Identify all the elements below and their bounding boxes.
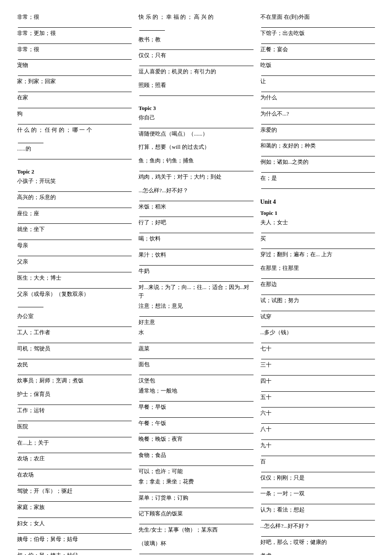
entry-label: 认为；看法；想起 <box>260 506 375 515</box>
vocabulary-entry: 拿；拿走；乘坐；花费 <box>138 477 253 492</box>
entry-label: 小孩子；开玩笑 <box>17 177 132 186</box>
vocabulary-entry: 在那边 <box>260 280 375 295</box>
entry-label: 例如；诸如...之类的 <box>260 158 375 167</box>
vocabulary-entry: 炊事员；厨师；烹调；煮饭 <box>17 376 132 385</box>
vocabulary-entry: 工人；工作者 <box>17 328 132 343</box>
entry-label: 不在里面 在(到)外面 <box>260 13 375 22</box>
vocabulary-entry: ...怎么样?...好不好？ <box>260 522 375 537</box>
fill-blank <box>139 243 253 249</box>
vocabulary-entry: 注意；想法；意见 <box>138 302 253 317</box>
fill-blank <box>261 150 375 156</box>
fill-blank <box>261 482 375 488</box>
entry-label: 食物；食品 <box>138 451 253 460</box>
vocabulary-entry: 试；试图；努力 <box>260 296 375 311</box>
entry-label: 在...上；关于 <box>17 439 132 448</box>
fill-blank <box>18 38 132 44</box>
fill-blank <box>261 321 375 327</box>
vocabulary-entry: 非常；很 <box>17 45 132 60</box>
entry-label: ......的 <box>17 145 132 153</box>
entry-label: 五十 <box>260 393 375 402</box>
vocabulary-entry: 牛奶 <box>138 267 253 282</box>
vocabulary-entry: 鸡肉，鸡关于；对于；大约；到处 <box>138 173 253 182</box>
fill-blank <box>18 337 132 343</box>
fill-blank <box>261 402 375 408</box>
entry-label: 照顾；照看 <box>138 81 253 90</box>
vocabulary-entry: 记下顾客点的饭菜 <box>138 509 253 524</box>
fill-blank <box>18 369 132 375</box>
vocabulary-entry: 好吧，那么；哎呀；健康的 <box>260 538 375 547</box>
vocabulary-entry: 菜单；订货单；订购 <box>138 494 253 509</box>
fill-blank <box>139 165 253 171</box>
fill-blank <box>261 434 375 440</box>
fill-blank <box>139 337 253 343</box>
entry-label: 仅仅；刚刚；只是 <box>260 474 375 483</box>
entry-label: 喝；饮料 <box>138 234 253 243</box>
fill-blank <box>139 44 253 50</box>
fill-blank <box>139 428 253 434</box>
entry-label: 非常；很 <box>17 45 132 54</box>
entry-label: 工作；运转 <box>17 406 132 415</box>
fill-blank <box>18 544 132 550</box>
vocabulary-entry: 午餐；午饭 <box>138 419 253 434</box>
vocabulary-entry: 为什么不...? <box>260 110 375 124</box>
entry-label: 面包 <box>138 360 253 369</box>
fill-blank <box>139 444 253 450</box>
fill-blank <box>139 25 165 31</box>
fill-blank <box>139 60 253 66</box>
entry-label: 为什么 <box>260 93 375 102</box>
fill-blank <box>261 273 375 279</box>
vocabulary-entry: 你自己 <box>138 113 253 128</box>
vocabulary-entry: 早餐；早饭 <box>138 403 253 418</box>
fill-blank <box>139 122 253 128</box>
entry-label: 牛奶 <box>138 267 253 276</box>
entry-label: 亲爱的 <box>260 126 375 135</box>
entry-label: 让 <box>260 77 375 86</box>
fill-blank <box>261 119 375 124</box>
fill-blank <box>139 276 253 282</box>
fill-blank <box>261 54 375 60</box>
vocabulary-entry: 吃饭 <box>260 61 375 76</box>
entry-label: 姨母；伯母；舅母；姑母 <box>17 535 132 544</box>
vocabulary-entry: 在农场 <box>17 471 132 486</box>
vocabulary-entry: 工作；运转 <box>17 406 132 421</box>
entry-label: 行了；好吧 <box>138 218 253 227</box>
spacer <box>260 190 375 194</box>
spacer <box>138 32 253 35</box>
entry-label: 七十 <box>260 344 375 353</box>
vocabulary-entry: 逗人喜爱的；机灵的；有引力的 <box>138 67 253 76</box>
entry-label: 试；试图；努力 <box>260 296 375 305</box>
spacer <box>138 78 253 81</box>
fill-blank <box>18 496 132 502</box>
entry-label: 司机；驾驶员 <box>17 344 132 353</box>
entry-label: 先生/女士；某事（物）；某东西 <box>138 526 253 535</box>
vocabulary-entry: 为什么 <box>260 93 375 108</box>
entry-label: 早餐；早饭 <box>138 403 253 412</box>
fill-blank <box>139 311 253 317</box>
fill-blank <box>18 512 132 518</box>
entry-label: 午餐；午饭 <box>138 419 253 428</box>
vocabulary-entry: 叔；伯；舅；姨夫；姑父 <box>17 551 132 555</box>
entry-label: 就坐；坐下 <box>17 225 132 234</box>
vocabulary-entry: 例如；诸如...之类的 <box>260 158 375 173</box>
vocabulary-entry: 蔬菜 <box>138 344 253 359</box>
fill-blank <box>261 466 375 472</box>
entry-label: 非常；很 <box>17 13 132 22</box>
entry-label: 考虑 <box>260 552 375 555</box>
fill-blank <box>261 337 375 343</box>
vocabulary-entry: 下馆子；出去吃饭 <box>260 29 375 44</box>
vocabulary-entry: 七十 <box>260 344 375 359</box>
topic-heading: Topic 3 <box>138 105 253 112</box>
fill-blank <box>18 86 132 92</box>
entry-label: 非常；更加；很 <box>17 29 132 38</box>
fill-blank <box>139 412 253 418</box>
entry-label: 汉堡包 <box>138 376 253 385</box>
vocabulary-entry: 母亲 <box>17 241 132 256</box>
fill-blank <box>18 528 132 534</box>
vocabulary-entry: ...怎么样?...好不好？ <box>138 186 253 201</box>
entry-label: 八十 <box>260 425 375 434</box>
column-col2: 快 乐 的 ； 幸 福 的 ； 高 兴 的教书；教仅仅；只有逗人喜爱的；机灵的；… <box>135 13 257 555</box>
vocabulary-entry: 就坐；坐下 <box>17 225 132 240</box>
vocabulary-entry: 考虑 <box>260 552 375 555</box>
fill-blank <box>18 431 132 437</box>
vocabulary-entry: 父亲（或母亲）（复数双亲） <box>17 290 132 308</box>
